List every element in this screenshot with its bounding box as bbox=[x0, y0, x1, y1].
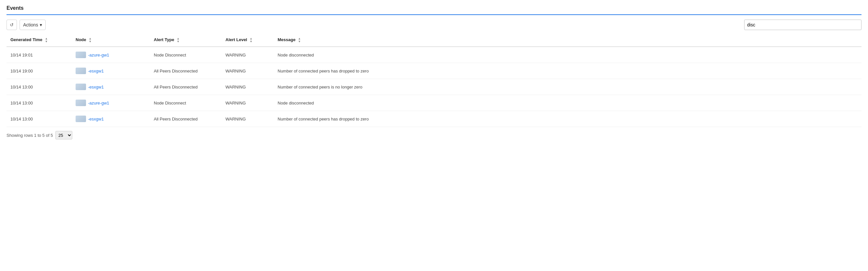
table-row: 10/14 13:00-esxgw1All Peers Disconnected… bbox=[6, 111, 862, 127]
cell-generated-time: 10/14 13:00 bbox=[6, 95, 72, 111]
cell-alert-level: WARNING bbox=[222, 63, 274, 79]
cell-node: -esxgw1 bbox=[72, 111, 150, 127]
page-container: Events ↺ Actions ▾ Generated Time ▲ ▼ bbox=[0, 0, 868, 145]
page-title: Events bbox=[6, 5, 862, 15]
cell-node: -azure-gw1 bbox=[72, 95, 150, 111]
cell-node: -azure-gw1 bbox=[72, 47, 150, 63]
per-page-select[interactable]: 25 50 100 bbox=[55, 131, 72, 139]
col-header-alert-level: Alert Level ▲ ▼ bbox=[222, 34, 274, 47]
sort-icons-generated-time[interactable]: ▲ ▼ bbox=[45, 37, 48, 43]
cell-alert-type: All Peers Disconnected bbox=[150, 111, 222, 127]
node-avatar bbox=[75, 115, 86, 122]
table-row: 10/14 13:00-azure-gw1Node DisconnectWARN… bbox=[6, 95, 862, 111]
cell-generated-time: 10/14 13:00 bbox=[6, 79, 72, 95]
events-table: Generated Time ▲ ▼ Node ▲ ▼ Alert Type bbox=[6, 34, 862, 127]
cell-alert-type: Node Disconnect bbox=[150, 47, 222, 63]
cell-alert-type: Node Disconnect bbox=[150, 95, 222, 111]
node-link[interactable]: -esxgw1 bbox=[88, 85, 103, 89]
showing-label: Showing rows 1 to 5 of 5 bbox=[6, 133, 53, 138]
refresh-button[interactable]: ↺ bbox=[6, 20, 17, 30]
col-header-generated-time: Generated Time ▲ ▼ bbox=[6, 34, 72, 47]
footer: Showing rows 1 to 5 of 5 25 50 100 bbox=[6, 131, 862, 139]
table-row: 10/14 19:00-esxgw1All Peers Disconnected… bbox=[6, 63, 862, 79]
node-link[interactable]: -azure-gw1 bbox=[88, 53, 109, 57]
table-header-row: Generated Time ▲ ▼ Node ▲ ▼ Alert Type bbox=[6, 34, 862, 47]
cell-node: -esxgw1 bbox=[72, 63, 150, 79]
toolbar-left: ↺ Actions ▾ bbox=[6, 20, 45, 30]
search-input[interactable] bbox=[744, 20, 862, 30]
cell-alert-level: WARNING bbox=[222, 79, 274, 95]
node-avatar bbox=[75, 100, 86, 106]
cell-message: Number of connected peers has dropped to… bbox=[274, 111, 862, 127]
cell-node: -esxgw1 bbox=[72, 79, 150, 95]
node-avatar bbox=[75, 52, 86, 58]
sort-icons-message[interactable]: ▲ ▼ bbox=[298, 37, 301, 43]
cell-generated-time: 10/14 13:00 bbox=[6, 111, 72, 127]
node-link[interactable]: -azure-gw1 bbox=[88, 101, 109, 105]
col-header-node: Node ▲ ▼ bbox=[72, 34, 150, 47]
sort-icons-node[interactable]: ▲ ▼ bbox=[89, 37, 92, 43]
node-avatar bbox=[75, 67, 86, 74]
cell-generated-time: 10/14 19:00 bbox=[6, 63, 72, 79]
actions-caret-icon: ▾ bbox=[40, 22, 42, 27]
sort-icons-alert-type[interactable]: ▲ ▼ bbox=[177, 37, 180, 43]
table-row: 10/14 13:00-esxgw1All Peers Disconnected… bbox=[6, 79, 862, 95]
cell-alert-level: WARNING bbox=[222, 47, 274, 63]
actions-button[interactable]: Actions ▾ bbox=[20, 20, 45, 30]
node-link[interactable]: -esxgw1 bbox=[88, 69, 103, 74]
cell-alert-type: All Peers Disconnected bbox=[150, 79, 222, 95]
toolbar: ↺ Actions ▾ bbox=[6, 20, 862, 30]
cell-alert-level: WARNING bbox=[222, 111, 274, 127]
node-avatar bbox=[75, 84, 86, 90]
cell-message: Node disconnected bbox=[274, 47, 862, 63]
col-header-alert-type: Alert Type ▲ ▼ bbox=[150, 34, 222, 47]
cell-message: Number of connected peers is no longer z… bbox=[274, 79, 862, 95]
refresh-icon: ↺ bbox=[10, 22, 14, 27]
toolbar-right bbox=[744, 20, 862, 30]
cell-alert-type: All Peers Disconnected bbox=[150, 63, 222, 79]
cell-message: Node disconnected bbox=[274, 95, 862, 111]
node-link[interactable]: -esxgw1 bbox=[88, 116, 103, 121]
table-row: 10/14 19:01-azure-gw1Node DisconnectWARN… bbox=[6, 47, 862, 63]
actions-label: Actions bbox=[23, 22, 38, 27]
col-header-message: Message ▲ ▼ bbox=[274, 34, 862, 47]
cell-generated-time: 10/14 19:01 bbox=[6, 47, 72, 63]
cell-alert-level: WARNING bbox=[222, 95, 274, 111]
sort-icons-alert-level[interactable]: ▲ ▼ bbox=[250, 37, 252, 43]
cell-message: Number of connected peers has dropped to… bbox=[274, 63, 862, 79]
